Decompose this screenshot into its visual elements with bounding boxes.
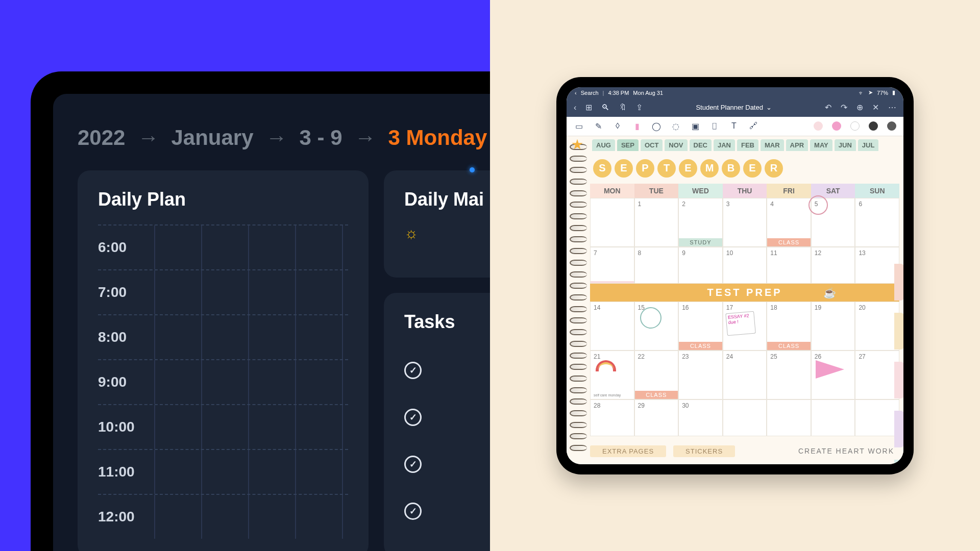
share-icon[interactable]: ⇪ <box>636 103 643 112</box>
calendar-cell[interactable]: 29 <box>634 399 679 436</box>
time-row[interactable]: 10:00 <box>98 404 348 449</box>
eraser-icon[interactable]: ◊ <box>612 121 623 131</box>
calendar-cell[interactable]: 16CLASS <box>678 302 723 350</box>
pen-icon[interactable]: ✎ <box>593 121 603 131</box>
side-tab[interactable] <box>894 460 903 464</box>
calendar-cell[interactable]: 30 <box>678 399 723 436</box>
calendar-cell[interactable]: 24 <box>723 350 767 399</box>
calendar-cell[interactable]: 6 <box>855 198 899 247</box>
grid-icon[interactable]: ⊞ <box>585 103 592 112</box>
time-grid[interactable] <box>154 405 348 449</box>
close-icon[interactable]: ✕ <box>872 103 879 112</box>
breadcrumb-year[interactable]: 2022 <box>78 126 125 150</box>
month-tab[interactable]: MAY <box>810 139 832 151</box>
redo-icon[interactable]: ↷ <box>841 103 847 112</box>
time-row[interactable]: 12:00 <box>98 494 348 539</box>
month-tab[interactable]: DEC <box>690 139 712 151</box>
camera-icon[interactable]: ⌷ <box>709 121 720 131</box>
side-tab[interactable] <box>894 411 903 447</box>
month-tab[interactable]: JUN <box>835 139 856 151</box>
lasso-icon[interactable]: ◌ <box>671 121 681 131</box>
calendar-cell[interactable]: 17ESSAY #2 due ! <box>723 302 767 350</box>
side-tab[interactable] <box>894 264 903 300</box>
calendar-cell[interactable]: 8 <box>634 247 679 284</box>
calendar-cell[interactable]: 21self care monday <box>590 350 634 399</box>
month-tab[interactable]: NOV <box>665 139 687 151</box>
calendar-cell[interactable] <box>811 399 855 436</box>
undo-icon[interactable]: ↶ <box>825 103 831 112</box>
text-icon[interactable]: T <box>729 121 739 131</box>
time-grid[interactable] <box>154 315 348 359</box>
month-tab[interactable]: APR <box>786 139 808 151</box>
time-grid[interactable] <box>154 270 348 314</box>
color-swatch[interactable] <box>869 121 878 131</box>
calendar-cell[interactable]: 20 <box>855 302 899 350</box>
calendar-cell[interactable]: 14 <box>590 302 634 350</box>
task-item[interactable]: ✓ <box>404 394 490 441</box>
task-item[interactable]: ✓ <box>404 488 490 535</box>
side-tab[interactable] <box>894 313 903 349</box>
color-swatch[interactable] <box>814 121 823 131</box>
task-item[interactable]: ✓ <box>404 441 490 488</box>
check-circle-icon[interactable]: ✓ <box>404 456 422 473</box>
month-tab[interactable]: FEB <box>737 139 758 151</box>
calendar-cell[interactable]: 22CLASS <box>634 350 679 399</box>
color-swatch[interactable] <box>850 121 860 131</box>
calendar-cell[interactable]: 11 <box>767 247 811 284</box>
month-tab[interactable]: OCT <box>641 139 663 151</box>
month-tab[interactable]: AUG <box>592 139 615 151</box>
calendar-cell[interactable]: 4CLASS <box>767 198 811 247</box>
breadcrumb-range[interactable]: 3 - 9 <box>300 126 342 150</box>
search-icon[interactable]: 🔍︎ <box>601 103 609 112</box>
calendar-cell[interactable] <box>767 399 811 436</box>
back-icon[interactable]: ‹ <box>574 103 576 112</box>
month-tab[interactable]: MAR <box>761 139 784 151</box>
time-row[interactable]: 9:00 <box>98 359 348 404</box>
calendar-cell[interactable]: 25 <box>767 350 811 399</box>
more-icon[interactable]: ⋯ <box>888 103 896 112</box>
side-tab[interactable] <box>894 362 903 398</box>
status-search[interactable]: Search <box>581 90 599 96</box>
highlighter-icon[interactable]: ▮ <box>632 121 642 131</box>
calendar-cell[interactable]: 12 <box>811 247 855 284</box>
calendar-cell[interactable] <box>590 198 634 247</box>
calendar-cell[interactable]: 26 <box>811 350 855 399</box>
extra-pages-tab[interactable]: EXTRA PAGES <box>590 445 666 457</box>
app-title[interactable]: Student Planner Dated ⌄ <box>696 104 772 111</box>
calendar-cell[interactable]: 27 <box>855 350 899 399</box>
calendar-cell[interactable]: 5 <box>811 198 855 247</box>
back-chevron-icon[interactable]: ‹ <box>575 90 577 96</box>
calendar-cell[interactable]: 9 <box>678 247 723 284</box>
time-row[interactable]: 7:00 <box>98 269 348 314</box>
month-tab[interactable]: JUL <box>858 139 879 151</box>
task-item[interactable]: ✓ <box>404 347 490 394</box>
bookmark-icon[interactable]: 🔖︎ <box>619 103 627 112</box>
calendar-cell[interactable]: 2STUDY <box>678 198 723 247</box>
check-circle-icon[interactable]: ✓ <box>404 362 422 379</box>
calendar-cell[interactable]: 3 <box>723 198 767 247</box>
calendar-cell[interactable]: 7 <box>590 247 634 284</box>
calendar-cell[interactable]: 28 <box>590 399 634 436</box>
color-swatch[interactable] <box>887 121 896 131</box>
month-tab-selected[interactable]: SEP <box>617 139 639 151</box>
shapes-icon[interactable]: ◯ <box>651 121 662 131</box>
breadcrumb-day-active[interactable]: 3 Monday <box>388 126 487 150</box>
time-grid[interactable] <box>154 495 348 539</box>
image-icon[interactable]: ▣ <box>690 121 700 131</box>
calendar-cell[interactable] <box>855 399 899 436</box>
check-circle-icon[interactable]: ✓ <box>404 503 422 520</box>
time-grid[interactable] <box>154 226 348 269</box>
color-swatch[interactable] <box>832 121 841 131</box>
readonly-icon[interactable]: ▭ <box>574 121 584 131</box>
stickers-tab[interactable]: STICKERS <box>673 445 735 457</box>
add-page-icon[interactable]: ⊕ <box>856 103 863 112</box>
calendar-cell[interactable]: 18CLASS <box>767 302 811 350</box>
check-circle-icon[interactable]: ✓ <box>404 409 422 426</box>
calendar-cell[interactable]: 10 <box>723 247 767 284</box>
calendar-cell[interactable]: 13 <box>855 247 899 284</box>
calendar-cell[interactable]: 23 <box>678 350 723 399</box>
time-row[interactable]: 6:00 <box>98 224 348 269</box>
time-grid[interactable] <box>154 360 348 404</box>
calendar-cell[interactable]: 1 <box>634 198 679 247</box>
breadcrumb-month[interactable]: January <box>171 126 253 150</box>
